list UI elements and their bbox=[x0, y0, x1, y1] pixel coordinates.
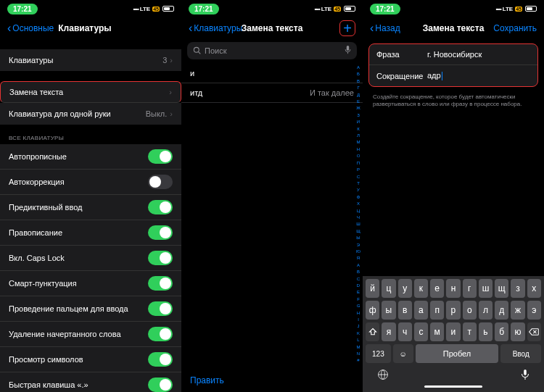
index-letter[interactable]: D bbox=[357, 283, 360, 288]
back-button[interactable]: ‹Клавиатуры bbox=[189, 22, 242, 34]
enter-key[interactable]: Ввод bbox=[500, 344, 541, 363]
index-letter[interactable]: F bbox=[357, 297, 360, 301]
index-letter[interactable]: Ц bbox=[357, 209, 360, 213]
index-letter[interactable]: Д bbox=[357, 93, 360, 97]
letter-key[interactable]: с bbox=[414, 322, 428, 341]
index-letter[interactable]: Э bbox=[357, 243, 360, 247]
index-letter[interactable]: С bbox=[357, 175, 360, 179]
letter-key[interactable]: э bbox=[527, 301, 541, 320]
index-letter[interactable]: О bbox=[357, 154, 360, 158]
index-letter[interactable]: L bbox=[357, 338, 359, 342]
letter-key[interactable]: и bbox=[446, 322, 460, 341]
numbers-key[interactable]: 123 bbox=[366, 344, 391, 363]
letter-key[interactable]: к bbox=[414, 279, 428, 298]
letter-key[interactable]: ь bbox=[479, 322, 493, 341]
index-letter[interactable]: Щ bbox=[356, 229, 360, 233]
shortcut-field[interactable]: Сокращение адр bbox=[369, 65, 537, 86]
list-content[interactable]: и итд И так далее bbox=[181, 64, 363, 392]
index-letter[interactable]: G bbox=[357, 304, 360, 308]
add-button[interactable]: + bbox=[339, 20, 355, 36]
index-letter[interactable]: Н bbox=[357, 147, 360, 151]
letter-key[interactable]: ф bbox=[366, 301, 379, 320]
index-letter[interactable]: Я bbox=[357, 256, 360, 260]
index-letter[interactable]: Ф bbox=[357, 195, 360, 199]
letter-key[interactable]: щ bbox=[495, 279, 508, 298]
index-letter[interactable]: B bbox=[357, 270, 360, 274]
index-letter[interactable]: Г bbox=[357, 86, 359, 90]
letter-key[interactable]: в bbox=[398, 301, 412, 320]
letter-key[interactable]: ы bbox=[382, 301, 395, 320]
letter-key[interactable]: м bbox=[430, 322, 444, 341]
cell-switch[interactable]: Быстрая клавиша «.» bbox=[0, 372, 181, 392]
cell-keyboards[interactable]: Клавиатуры 3› bbox=[0, 49, 181, 71]
switch-toggle[interactable] bbox=[148, 225, 173, 240]
backspace-key[interactable] bbox=[527, 322, 541, 341]
save-button[interactable]: Сохранить bbox=[493, 23, 537, 33]
cell-switch[interactable]: Смарт-пунктуация bbox=[0, 271, 181, 296]
index-letter[interactable]: В bbox=[357, 79, 360, 83]
letter-key[interactable]: т bbox=[463, 322, 477, 341]
cell-switch[interactable]: Вкл. Caps Lock bbox=[0, 246, 181, 271]
index-letter[interactable]: E bbox=[357, 290, 360, 294]
index-letter[interactable]: М bbox=[357, 140, 360, 144]
letter-key[interactable]: х bbox=[527, 279, 541, 298]
index-strip[interactable]: АБВГДЕЖЗИКЛМНОПРСТУФХЦЧШЩЫЭЮЯABCDEFGHIJK… bbox=[355, 65, 362, 363]
cell-one-hand-keyboard[interactable]: Клавиатура для одной руки Выкл.› bbox=[0, 103, 181, 125]
letter-key[interactable]: з bbox=[511, 279, 524, 298]
index-letter[interactable]: Л bbox=[357, 133, 360, 138]
index-letter[interactable]: Ш bbox=[356, 222, 360, 226]
index-letter[interactable]: H bbox=[357, 311, 360, 315]
globe-icon[interactable] bbox=[377, 369, 389, 383]
switch-toggle[interactable] bbox=[148, 251, 173, 265]
switch-toggle[interactable] bbox=[148, 200, 173, 214]
letter-key[interactable]: ж bbox=[511, 301, 524, 320]
cell-switch[interactable]: Просмотр символов bbox=[0, 347, 181, 372]
switch-toggle[interactable] bbox=[148, 378, 173, 392]
letter-key[interactable]: ш bbox=[479, 279, 493, 298]
letter-key[interactable]: а bbox=[414, 301, 428, 320]
cell-switch[interactable]: Автокоррекция bbox=[0, 170, 181, 195]
index-letter[interactable]: И bbox=[357, 120, 360, 124]
letter-key[interactable]: н bbox=[446, 279, 460, 298]
index-letter[interactable]: Т bbox=[357, 181, 360, 185]
letter-key[interactable]: д bbox=[495, 301, 508, 320]
mic-icon[interactable] bbox=[521, 369, 529, 383]
index-letter[interactable]: Ж bbox=[356, 106, 360, 110]
switch-toggle[interactable] bbox=[148, 327, 173, 341]
cell-text-replacement[interactable]: Замена текста › bbox=[0, 81, 181, 103]
switch-toggle[interactable] bbox=[148, 301, 173, 316]
cell-switch[interactable]: Предиктивный ввод bbox=[0, 195, 181, 220]
switch-toggle[interactable] bbox=[148, 276, 173, 291]
switch-toggle[interactable] bbox=[148, 149, 173, 164]
switch-toggle[interactable] bbox=[148, 175, 173, 189]
switch-toggle[interactable] bbox=[148, 352, 173, 367]
index-letter[interactable]: Х bbox=[357, 201, 360, 206]
phrase-field[interactable]: Фраза г. Новосибирск bbox=[369, 44, 537, 65]
list-item[interactable]: и bbox=[181, 64, 363, 83]
index-letter[interactable]: К bbox=[357, 127, 360, 131]
index-letter[interactable]: A bbox=[357, 263, 360, 267]
content[interactable]: Клавиатуры 3› Замена текста › Клавиатура… bbox=[0, 39, 181, 392]
index-letter[interactable]: K bbox=[357, 331, 360, 335]
index-letter[interactable]: I bbox=[358, 317, 359, 322]
letter-key[interactable]: ц bbox=[382, 279, 395, 298]
index-letter[interactable]: N bbox=[357, 351, 360, 356]
list-item[interactable]: итд И так далее bbox=[181, 83, 363, 103]
letter-key[interactable]: б bbox=[495, 322, 508, 341]
index-letter[interactable]: C bbox=[357, 277, 360, 281]
cell-switch[interactable]: Правописание bbox=[0, 220, 181, 246]
time-pill[interactable]: 17:21 bbox=[189, 4, 219, 14]
cell-switch[interactable]: Автопрописные bbox=[0, 144, 181, 170]
edit-button[interactable]: Править bbox=[190, 375, 224, 385]
index-letter[interactable]: M bbox=[357, 345, 360, 349]
shift-key[interactable] bbox=[366, 322, 379, 341]
index-letter[interactable]: П bbox=[357, 161, 360, 165]
letter-key[interactable]: л bbox=[479, 301, 493, 320]
index-letter[interactable]: Ю bbox=[356, 249, 360, 254]
space-key[interactable]: Пробел bbox=[416, 344, 499, 363]
index-letter[interactable]: Ч bbox=[357, 215, 360, 220]
letter-key[interactable]: й bbox=[366, 279, 379, 298]
letter-key[interactable]: е bbox=[430, 279, 444, 298]
back-button[interactable]: ‹Основные bbox=[7, 22, 54, 34]
index-letter[interactable]: Ы bbox=[356, 235, 360, 240]
